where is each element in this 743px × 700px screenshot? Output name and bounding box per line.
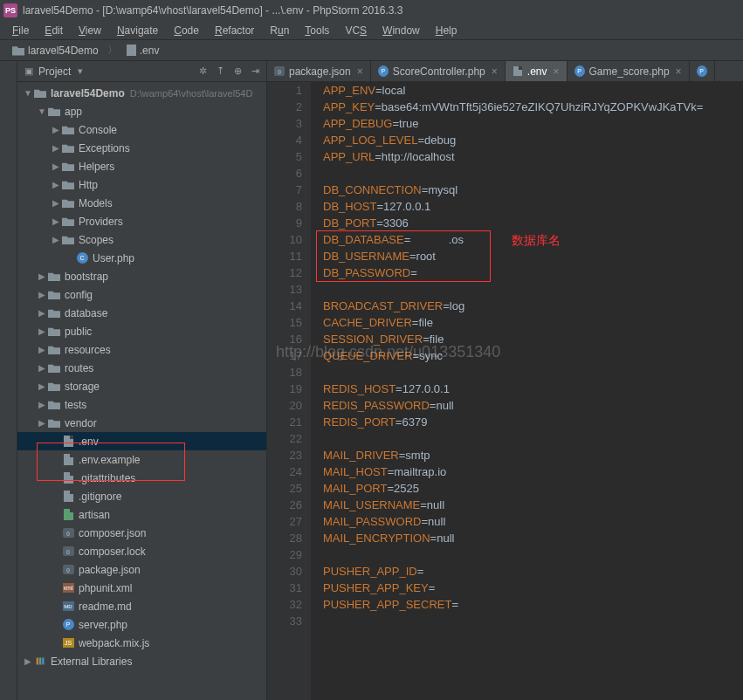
tree-file[interactable]: Pserver.php xyxy=(17,615,266,634)
project-dropdown-icon[interactable]: ▾ xyxy=(74,65,86,78)
tree-folder[interactable]: ▶bootstrap xyxy=(17,267,266,285)
tree-user-php[interactable]: C User.php xyxy=(17,249,266,267)
collapse-icon[interactable]: ⤒ xyxy=(214,65,226,78)
locate-icon[interactable]: ⊕ xyxy=(231,65,244,78)
code-line[interactable]: PUSHER_APP_ID= xyxy=(323,563,743,580)
tree-folder[interactable]: ▶Exceptions xyxy=(17,139,266,157)
code-line[interactable]: PUSHER_APP_KEY= xyxy=(323,580,743,596)
tree-folder[interactable]: ▶Console xyxy=(17,120,266,139)
project-toggle-icon[interactable]: ▣ xyxy=(23,65,35,78)
tree-file[interactable]: {}package.json xyxy=(17,560,266,579)
code-line[interactable]: APP_ENV=local xyxy=(323,82,743,99)
code-line[interactable]: REDIS_PASSWORD=null xyxy=(323,397,743,414)
editor-tab[interactable]: PScoreController.php× xyxy=(371,61,506,81)
code-line[interactable]: MAIL_DRIVER=smtp xyxy=(323,447,743,463)
folder-icon xyxy=(62,216,74,226)
menu-vcs[interactable]: VCS xyxy=(338,23,374,38)
editor-tab-overflow[interactable]: P xyxy=(690,61,715,81)
breadcrumb-file[interactable]: .env xyxy=(121,43,165,58)
menu-navigate[interactable]: Navigate xyxy=(110,23,165,38)
code-line[interactable]: MAIL_ENCRYPTION=null xyxy=(323,530,743,546)
code-line[interactable]: MAIL_PASSWORD=null xyxy=(323,513,743,530)
menu-refactor[interactable]: Refactor xyxy=(208,23,261,38)
close-tab-icon[interactable]: × xyxy=(492,65,498,78)
tree-file[interactable]: MDreadme.md xyxy=(17,597,266,615)
tree-file[interactable]: {}composer.lock xyxy=(17,542,266,560)
tree-folder[interactable]: ▶vendor xyxy=(17,414,266,432)
code-line[interactable]: DB_PORT=3306 xyxy=(323,215,743,231)
gear-icon[interactable]: ✲ xyxy=(196,65,209,78)
code-line[interactable] xyxy=(323,613,743,629)
code-area[interactable]: 数据库名 http://blog.csdn.net/u013351340 APP… xyxy=(311,82,743,700)
menu-view[interactable]: View xyxy=(72,23,108,38)
code-line[interactable]: MAIL_USERNAME=null xyxy=(323,497,743,513)
code-line[interactable] xyxy=(323,430,743,447)
folder-icon xyxy=(12,45,24,56)
close-tab-icon[interactable]: × xyxy=(357,65,363,78)
editor-tab[interactable]: {}package.json× xyxy=(267,61,371,81)
js-icon: JS xyxy=(63,638,74,648)
tree-file[interactable]: .gitattributes xyxy=(17,469,266,487)
tree-file[interactable]: xmlphpunit.xml xyxy=(17,579,266,597)
menu-help[interactable]: Help xyxy=(429,23,464,38)
editor-tab[interactable]: PGame_score.php× xyxy=(568,61,690,81)
code-line[interactable]: MAIL_PORT=2525 xyxy=(323,480,743,497)
tree-root[interactable]: ▼ laravel54Demo D:\wamp64\vhost\laravel5… xyxy=(17,84,266,102)
code-line[interactable]: REDIS_PORT=6379 xyxy=(323,414,743,430)
code-line[interactable]: DB_CONNECTION=mysql xyxy=(323,182,743,198)
tree-folder[interactable]: ▶config xyxy=(17,285,266,304)
editor[interactable]: 1234567891011121314151617181920212223242… xyxy=(267,82,743,700)
tree-external-libs[interactable]: ▶ External Libraries xyxy=(17,652,266,670)
gutter: 1234567891011121314151617181920212223242… xyxy=(267,82,311,700)
editor-tab[interactable]: .env× xyxy=(506,61,568,81)
code-line[interactable]: APP_LOG_LEVEL=debug xyxy=(323,132,743,148)
code-line[interactable]: QUEUE_DRIVER=sync xyxy=(323,347,743,364)
menu-run[interactable]: Run xyxy=(263,23,296,38)
code-line[interactable]: CACHE_DRIVER=file xyxy=(323,314,743,331)
tree-folder[interactable]: ▶Providers xyxy=(17,212,266,230)
tree-folder[interactable]: ▶Scopes xyxy=(17,230,266,249)
close-tab-icon[interactable]: × xyxy=(554,65,560,78)
menu-window[interactable]: Window xyxy=(375,23,427,38)
menu-tools[interactable]: Tools xyxy=(298,23,336,38)
tree-folder[interactable]: ▶resources xyxy=(17,340,266,359)
code-line[interactable]: APP_KEY=base64:mVWtnTft5j36ie527eZIKQ7Uh… xyxy=(323,99,743,115)
code-line[interactable]: SESSION_DRIVER=file xyxy=(323,331,743,347)
breadcrumb-root[interactable]: laravel54Demo xyxy=(7,43,104,58)
code-line[interactable]: REDIS_HOST=127.0.0.1 xyxy=(323,381,743,397)
tree-folder[interactable]: ▶database xyxy=(17,304,266,322)
menu-edit[interactable]: Edit xyxy=(38,23,70,38)
tree-file[interactable]: artisan xyxy=(17,505,266,524)
close-tab-icon[interactable]: × xyxy=(676,65,682,78)
tree-folder[interactable]: ▶storage xyxy=(17,377,266,395)
code-line[interactable]: PUSHER_APP_SECRET= xyxy=(323,596,743,613)
tree-env-example[interactable]: .env.example xyxy=(17,450,266,469)
tree-file[interactable]: {}composer.json xyxy=(17,524,266,542)
code-line[interactable] xyxy=(323,281,743,298)
tree-app[interactable]: ▼ app xyxy=(17,102,266,120)
project-tree[interactable]: ▼ laravel54Demo D:\wamp64\vhost\laravel5… xyxy=(17,82,266,700)
json-icon: {} xyxy=(63,546,74,556)
code-line[interactable] xyxy=(323,364,743,381)
code-line[interactable]: BROADCAST_DRIVER=log xyxy=(323,298,743,314)
tree-file[interactable]: JSwebpack.mix.js xyxy=(17,634,266,652)
code-line[interactable]: APP_DEBUG=true xyxy=(323,115,743,132)
menu-file[interactable]: File xyxy=(5,23,36,38)
menu-code[interactable]: Code xyxy=(167,23,206,38)
code-line[interactable]: APP_URL=http://localhost xyxy=(323,148,743,165)
tree-folder[interactable]: ▶Models xyxy=(17,194,266,212)
tree-env[interactable]: .env xyxy=(17,432,266,450)
tree-file[interactable]: .gitignore xyxy=(17,487,266,505)
tree-folder[interactable]: ▶tests xyxy=(17,395,266,414)
code-line[interactable] xyxy=(323,546,743,563)
code-line[interactable] xyxy=(323,165,743,182)
tree-folder[interactable]: ▶routes xyxy=(17,359,266,377)
title-bar: PS laravel54Demo - [D:\wamp64\vhost\lara… xyxy=(0,0,743,21)
code-line[interactable]: MAIL_HOST=mailtrap.io xyxy=(323,463,743,480)
tree-folder[interactable]: ▶public xyxy=(17,322,266,340)
hide-icon[interactable]: ⇥ xyxy=(249,65,261,78)
tool-window-stripe[interactable] xyxy=(0,61,17,700)
tree-folder[interactable]: ▶Http xyxy=(17,175,266,194)
code-line[interactable]: DB_HOST=127.0.0.1 xyxy=(323,198,743,215)
tree-folder[interactable]: ▶Helpers xyxy=(17,157,266,175)
